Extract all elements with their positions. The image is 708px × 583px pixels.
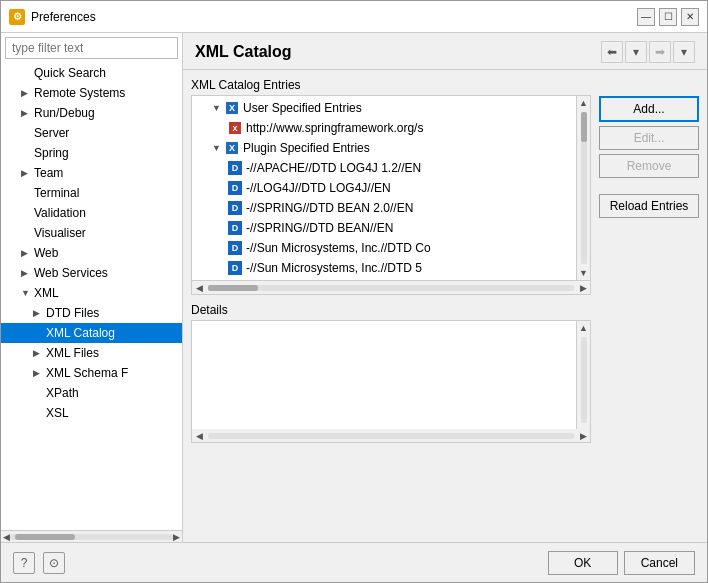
sidebar-item-label: Web Services: [34, 266, 108, 280]
catalog-entries-box: ▼ X User Specified Entries x: [191, 95, 591, 295]
vscroll-thumb[interactable]: [581, 112, 587, 142]
vscroll-track: [581, 112, 587, 264]
scroll-up-icon[interactable]: ▲: [577, 96, 591, 110]
sidebar-item-validation[interactable]: Validation: [1, 203, 182, 223]
sidebar-item-web[interactable]: ▶ Web: [1, 243, 182, 263]
catalog-item-label: http://www.springframework.org/s: [246, 121, 423, 135]
help-button[interactable]: ?: [13, 552, 35, 574]
nav-dropdown2-button[interactable]: ▾: [673, 41, 695, 63]
details-box: ▲ ▼: [191, 320, 591, 429]
sidebar-item-xml[interactable]: ▼ XML: [1, 283, 182, 303]
main-content: XML Catalog Entries ▼ X User Specif: [191, 78, 591, 534]
preferences-window: ⚙ Preferences — ☐ ✕ Quick Search ▶ Remot…: [0, 0, 708, 583]
add-button[interactable]: Add...: [599, 96, 699, 122]
reload-entries-button[interactable]: Reload Entries: [599, 194, 699, 218]
catalog-item-spring[interactable]: x http://www.springframework.org/s: [192, 118, 576, 138]
catalog-vscrollbar[interactable]: ▲ ▼: [576, 96, 590, 280]
sidebar-item-xsl[interactable]: XSL: [1, 403, 182, 423]
sidebar-item-label: Spring: [34, 146, 69, 160]
hscroll-thumb[interactable]: [208, 285, 258, 291]
catalog-hscrollbar[interactable]: ◀ ▶: [192, 280, 590, 294]
nav-forward-button[interactable]: ➡: [649, 41, 671, 63]
catalog-type-icon: D: [228, 161, 242, 175]
expand-icon: ▼: [212, 143, 222, 153]
catalog-item-sun-dtd5[interactable]: D -//Sun Microsystems, Inc.//DTD 5: [192, 258, 576, 278]
maximize-button[interactable]: ☐: [659, 8, 677, 26]
sidebar-item-terminal[interactable]: Terminal: [1, 183, 182, 203]
catalog-item-log4j[interactable]: D -//LOG4J//DTD LOG4J//EN: [192, 178, 576, 198]
nav-back-button[interactable]: ⬅: [601, 41, 623, 63]
catalog-item-label: -//SPRING//DTD BEAN 2.0//EN: [246, 201, 413, 215]
catalog-item-spring-bean-2[interactable]: D -//SPRING//DTD BEAN 2.0//EN: [192, 198, 576, 218]
expand-icon: ▼: [212, 103, 222, 113]
sidebar-item-spring[interactable]: Spring: [1, 143, 182, 163]
scroll-left-icon[interactable]: ◀: [192, 281, 206, 295]
scroll-down-icon[interactable]: ▼: [577, 266, 591, 280]
expand-icon: ▶: [33, 348, 43, 358]
sidebar-item-label: Remote Systems: [34, 86, 125, 100]
scroll-left-icon[interactable]: ◀: [3, 532, 10, 542]
catalog-type-icon: D: [228, 201, 242, 215]
window-title: Preferences: [31, 10, 637, 24]
close-button[interactable]: ✕: [681, 8, 699, 26]
expand-icon: ▶: [21, 168, 31, 178]
scrollbar-thumb[interactable]: [15, 534, 75, 540]
left-panel: Quick Search ▶ Remote Systems ▶ Run/Debu…: [1, 33, 183, 542]
sidebar-item-remote-systems[interactable]: ▶ Remote Systems: [1, 83, 182, 103]
expand-icon: ▶: [21, 88, 31, 98]
catalog-item-spring-bean[interactable]: D -//SPRING//DTD BEAN//EN: [192, 218, 576, 238]
sidebar-item-visualiser[interactable]: Visualiser: [1, 223, 182, 243]
ok-button[interactable]: OK: [548, 551, 618, 575]
buttons-panel: Add... Edit... Remove Reload Entries: [599, 78, 699, 534]
sidebar-item-xml-schema[interactable]: ▶ XML Schema F: [1, 363, 182, 383]
sidebar-item-web-services[interactable]: ▶ Web Services: [1, 263, 182, 283]
sidebar-item-dtd-files[interactable]: ▶ DTD Files: [1, 303, 182, 323]
cancel-button[interactable]: Cancel: [624, 551, 695, 575]
catalog-item-sun-co[interactable]: D -//Sun Microsystems, Inc.//DTD Co: [192, 238, 576, 258]
sidebar-item-label: Quick Search: [34, 66, 106, 80]
details-text-area[interactable]: [192, 321, 576, 429]
minimize-button[interactable]: —: [637, 8, 655, 26]
scroll-right-icon[interactable]: ▶: [173, 532, 180, 542]
filter-input[interactable]: [5, 37, 178, 59]
details-section-label: Details: [191, 303, 591, 317]
sidebar-item-label: Web: [34, 246, 58, 260]
expand-icon: ▶: [21, 268, 31, 278]
catalog-type-icon: X: [225, 141, 239, 155]
catalog-item-label: -//SPRING//DTD BEAN//EN: [246, 221, 393, 235]
catalog-item-plugin-specified[interactable]: ▼ X Plugin Specified Entries: [192, 138, 576, 158]
scroll-right-icon[interactable]: ▶: [576, 429, 590, 443]
nav-dropdown-button[interactable]: ▾: [625, 41, 647, 63]
scroll-up-icon[interactable]: ▲: [577, 321, 591, 335]
sidebar-item-label: DTD Files: [46, 306, 99, 320]
sidebar-item-xml-catalog[interactable]: XML Catalog: [1, 323, 182, 343]
sidebar-item-xml-files[interactable]: ▶ XML Files: [1, 343, 182, 363]
sidebar-item-quick-search[interactable]: Quick Search: [1, 63, 182, 83]
catalog-item-label: -//Sun Microsystems, Inc.//DTD 5: [246, 261, 422, 275]
catalog-item-apache-log4j[interactable]: D -//APACHE//DTD LOG4J 1.2//EN: [192, 158, 576, 178]
settings-button[interactable]: ⊙: [43, 552, 65, 574]
scroll-right-icon[interactable]: ▶: [576, 281, 590, 295]
expand-icon: ▶: [33, 368, 43, 378]
catalog-type-icon: D: [228, 221, 242, 235]
catalog-item-user-specified[interactable]: ▼ X User Specified Entries: [192, 98, 576, 118]
vscroll-track: [581, 337, 587, 423]
app-icon: ⚙: [9, 9, 25, 25]
sidebar-item-xpath[interactable]: XPath: [1, 383, 182, 403]
scroll-left-icon[interactable]: ◀: [192, 429, 206, 443]
details-vscrollbar[interactable]: ▲ ▼: [576, 321, 590, 429]
edit-button[interactable]: Edit...: [599, 126, 699, 150]
catalog-item-label: Plugin Specified Entries: [243, 141, 370, 155]
details-hscrollbar[interactable]: ◀ ▶: [191, 429, 591, 443]
sidebar-item-team[interactable]: ▶ Team: [1, 163, 182, 183]
sidebar-item-label: XPath: [46, 386, 79, 400]
button-separator: [599, 182, 699, 190]
catalog-item-label: -//APACHE//DTD LOG4J 1.2//EN: [246, 161, 421, 175]
catalog-type-icon: x: [228, 121, 242, 135]
title-bar: ⚙ Preferences — ☐ ✕: [1, 1, 707, 33]
sidebar-item-server[interactable]: Server: [1, 123, 182, 143]
sidebar-item-label: Team: [34, 166, 63, 180]
sidebar-item-run-debug[interactable]: ▶ Run/Debug: [1, 103, 182, 123]
remove-button[interactable]: Remove: [599, 154, 699, 178]
left-scrollbar-h[interactable]: ◀ ▶: [1, 530, 182, 542]
